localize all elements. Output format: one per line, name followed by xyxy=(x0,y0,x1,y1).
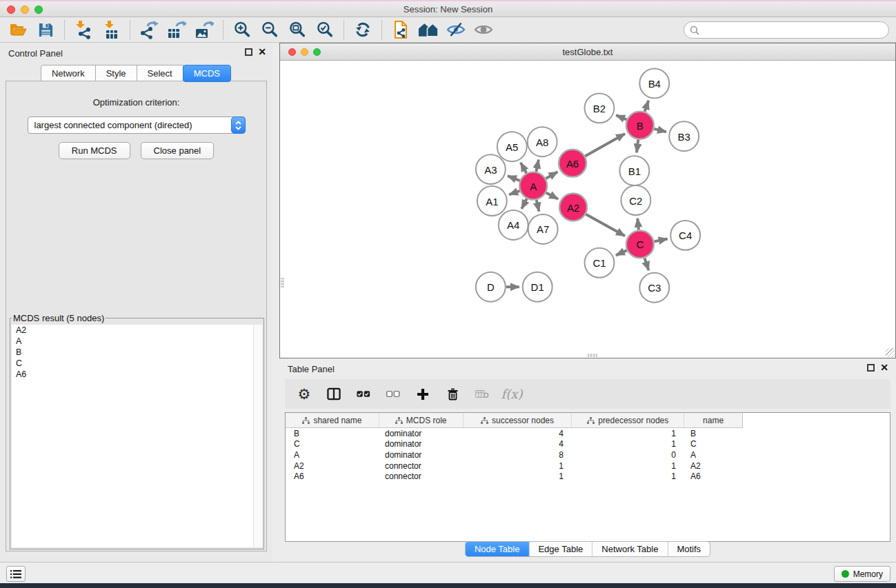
plus-icon xyxy=(417,388,429,401)
show-eye-button[interactable] xyxy=(470,19,497,41)
column-header-name[interactable]: name xyxy=(684,413,742,427)
table-row[interactable]: C dominator 4 1 C xyxy=(286,439,890,450)
zoom-out-button[interactable] xyxy=(256,19,283,41)
refresh-view-button[interactable] xyxy=(349,19,377,41)
zoom-fit-icon xyxy=(288,21,307,39)
list-item[interactable]: C xyxy=(12,358,262,369)
tab-node-table[interactable]: Node Table xyxy=(466,542,529,556)
table-row[interactable]: B dominator 4 1 B xyxy=(286,428,890,439)
criterion-dropdown[interactable]: largest connected component (directed) xyxy=(28,116,246,134)
list-item[interactable]: B xyxy=(12,347,262,358)
delete-table-button[interactable] xyxy=(475,389,489,398)
export-table-icon xyxy=(167,20,186,39)
list-item[interactable]: A2 xyxy=(12,325,262,336)
zoom-fit-button[interactable] xyxy=(283,19,311,41)
home-button[interactable] xyxy=(415,19,442,41)
left-splitter-grip[interactable] xyxy=(281,278,284,287)
tab-network[interactable]: Network xyxy=(41,65,96,82)
column-header-shared-name[interactable]: shared name xyxy=(286,413,379,427)
table-row[interactable]: A6 connector 1 1 A6 xyxy=(286,471,890,482)
zoom-in-button[interactable] xyxy=(228,19,256,41)
export-network-button[interactable] xyxy=(135,19,163,41)
memory-button[interactable]: Memory xyxy=(834,566,890,582)
criterion-value: largest connected component (directed) xyxy=(28,117,245,133)
tab-mcds[interactable]: MCDS xyxy=(183,65,231,82)
graph-node-label: C4 xyxy=(679,230,692,241)
function-builder-button[interactable]: f(x) xyxy=(505,387,519,401)
tab-motifs[interactable]: Motifs xyxy=(667,542,710,556)
table-settings-button[interactable]: ⚙ xyxy=(297,387,311,401)
float-panel-icon[interactable] xyxy=(867,364,875,372)
cell-successor-nodes: 1 xyxy=(464,472,573,481)
import-network-button[interactable] xyxy=(70,19,97,41)
cell-name: A xyxy=(685,450,743,460)
cell-successor-nodes: 8 xyxy=(464,450,573,460)
save-session-button[interactable] xyxy=(32,19,59,41)
network-graph[interactable]: B4B2BB3A5A8A6B1A3AC2A1A2A4A7C4CC1C3DD1 xyxy=(280,61,895,358)
dropdown-stepper-icon[interactable] xyxy=(231,116,246,134)
hide-glasses-button[interactable] xyxy=(442,19,470,41)
export-table-button[interactable] xyxy=(163,19,190,41)
delete-column-button[interactable] xyxy=(446,387,459,401)
column-header-successor-nodes[interactable]: successor nodes xyxy=(464,413,573,427)
tree-icon xyxy=(481,417,488,424)
export-image-icon xyxy=(195,20,214,39)
network-document-icon xyxy=(392,20,409,39)
cell-shared-name: A xyxy=(286,450,379,460)
table-row[interactable]: A2 connector 1 1 A2 xyxy=(286,460,890,472)
float-panel-icon[interactable] xyxy=(245,48,252,56)
tab-network-table[interactable]: Network Table xyxy=(592,542,667,556)
search-input[interactable] xyxy=(703,25,888,35)
cell-successor-nodes: 4 xyxy=(464,429,573,438)
column-header-predecessor-nodes[interactable]: predecessor nodes xyxy=(572,413,684,427)
table-tabs: Node Table Edge Table Network Table Moti… xyxy=(465,541,710,557)
close-panel-icon[interactable]: ✕ xyxy=(258,47,266,57)
desktop-background xyxy=(0,583,896,588)
list-item[interactable]: A xyxy=(12,336,262,347)
select-all-button[interactable] xyxy=(357,390,370,398)
export-image-button[interactable] xyxy=(190,19,218,41)
delete-table-icon xyxy=(475,389,489,398)
show-task-history-button[interactable] xyxy=(6,566,26,582)
close-network-button[interactable] xyxy=(288,48,296,56)
mcds-tab-content: Optimization criterion: largest connecte… xyxy=(6,81,267,551)
cell-successor-nodes: 4 xyxy=(464,439,573,449)
close-panel-icon[interactable]: ✕ xyxy=(880,363,888,372)
tab-select[interactable]: Select xyxy=(137,65,183,82)
toolbar-separator xyxy=(223,20,223,40)
cell-name: A6 xyxy=(685,472,743,481)
deselect-all-button[interactable] xyxy=(386,390,400,398)
network-canvas[interactable]: B4B2BB3A5A8A6B1A3AC2A1A2A4A7C4CC1C3DD1 xyxy=(280,61,895,358)
column-visibility-button[interactable] xyxy=(327,387,341,401)
cell-mcds-role: dominator xyxy=(379,450,464,460)
table-row[interactable]: A dominator 8 0 A xyxy=(286,449,890,460)
application-window: Session: New Session xyxy=(0,0,896,588)
minimize-network-button[interactable] xyxy=(301,48,308,56)
mcds-result-list[interactable]: A2 A B C A6 xyxy=(12,325,262,547)
add-column-button[interactable] xyxy=(416,388,430,401)
resize-grip-icon[interactable] xyxy=(886,348,895,357)
table-panel-header: Table Panel ✕ xyxy=(279,358,896,378)
close-panel-button[interactable]: Close panel xyxy=(141,142,215,159)
zoom-selected-button[interactable] xyxy=(311,19,339,41)
graph-node-label: C xyxy=(636,239,644,250)
open-network-document-button[interactable] xyxy=(387,19,415,41)
tree-icon xyxy=(395,417,403,424)
column-label: predecessor nodes xyxy=(598,416,668,425)
global-search[interactable] xyxy=(684,21,889,39)
zoom-network-button[interactable] xyxy=(313,48,321,56)
list-item[interactable]: A6 xyxy=(12,369,262,380)
bottom-splitter-grip[interactable] xyxy=(588,354,597,357)
tab-style[interactable]: Style xyxy=(95,65,137,82)
tab-edge-table[interactable]: Edge Table xyxy=(528,542,592,556)
zoom-in-icon xyxy=(233,21,252,39)
tree-icon xyxy=(587,417,595,424)
run-mcds-button[interactable]: Run MCDS xyxy=(59,142,130,159)
cell-mcds-role: connector xyxy=(379,461,464,471)
cell-predecessor-nodes: 1 xyxy=(573,429,685,438)
import-table-button[interactable] xyxy=(97,19,125,41)
scrollbar-track[interactable] xyxy=(253,325,262,547)
open-session-button[interactable] xyxy=(4,19,32,41)
save-floppy-icon xyxy=(38,22,54,38)
column-header-mcds-role[interactable]: MCDS role xyxy=(379,413,464,427)
